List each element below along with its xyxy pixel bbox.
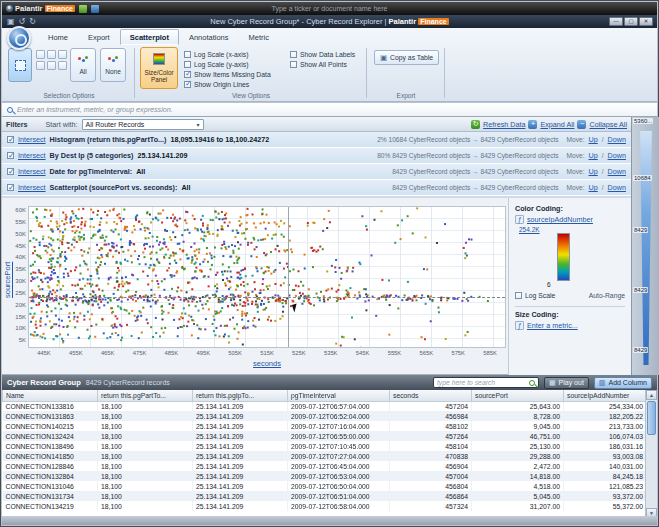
tab-annotations[interactable]: Annotations bbox=[179, 29, 239, 45]
size-color-panel-button[interactable]: Size/Color Panel bbox=[140, 47, 178, 89]
selection-mode-icon[interactable] bbox=[47, 50, 56, 59]
export-group: ▣ Copy as Table Export bbox=[370, 45, 442, 100]
selection-mode-icon[interactable] bbox=[58, 61, 67, 70]
tab-metric[interactable]: Metric bbox=[239, 29, 279, 45]
move-up-link[interactable]: Up bbox=[589, 167, 598, 176]
table-row[interactable]: CONNECTION13849618,10025.134.141.2092009… bbox=[3, 441, 647, 451]
selection-tool-button[interactable] bbox=[8, 48, 32, 82]
table-row[interactable]: CONNECTION13173418,10025.134.141.2092009… bbox=[3, 491, 647, 501]
column-header-pgtimeinterval[interactable]: pgTimeInterval bbox=[288, 390, 390, 401]
table-row[interactable]: CONNECTION12884618,10025.134.141.2092009… bbox=[3, 461, 647, 471]
size-coding-title: Size Coding: bbox=[515, 310, 625, 319]
expand-all-link[interactable]: Expand All bbox=[540, 120, 574, 129]
maximize-button[interactable]: ▢ bbox=[624, 17, 638, 26]
view-checkbox-column-2: Show Data Labels Show All Points bbox=[290, 49, 355, 69]
show-origin-lines-checkbox[interactable]: Show Origin Lines bbox=[184, 79, 271, 89]
filter-checkbox[interactable] bbox=[7, 168, 14, 175]
log-scale-x-checkbox[interactable]: Log Scale (x-axis) bbox=[184, 49, 271, 59]
table-cell: CONNECTION141850 bbox=[3, 451, 98, 461]
move-down-link[interactable]: Down bbox=[608, 183, 626, 192]
undo-icon[interactable]: ↺ bbox=[19, 17, 26, 27]
color-metric-link[interactable]: sourceIpAddNumber bbox=[527, 215, 593, 224]
expression-bar[interactable]: Enter an instrument, metric, or group ex… bbox=[2, 102, 657, 117]
close-button[interactable]: ✕ bbox=[639, 17, 653, 26]
column-header-name[interactable]: Name bbox=[3, 390, 98, 401]
move-down-link[interactable]: Down bbox=[608, 167, 626, 176]
filter-op-link[interactable]: Intersect bbox=[18, 135, 46, 144]
x-axis-label[interactable]: seconds bbox=[28, 359, 506, 368]
tab-home[interactable]: Home bbox=[38, 29, 78, 45]
play-out-button[interactable]: ▦ Play out bbox=[544, 377, 589, 389]
x-tick-label: 465K bbox=[96, 350, 120, 356]
select-none-button[interactable]: None bbox=[100, 48, 126, 82]
table-row[interactable]: CONNECTION13421918,10025.134.141.2092009… bbox=[3, 501, 647, 511]
collapse-all-link[interactable]: Collapse All bbox=[589, 120, 627, 129]
move-up-link[interactable]: Up bbox=[589, 183, 598, 192]
refresh-data-link[interactable]: Refresh Data bbox=[483, 120, 525, 129]
app-shortcut-icon[interactable] bbox=[79, 5, 87, 13]
selection-mode-icon[interactable] bbox=[58, 50, 67, 59]
filter-checkbox[interactable] bbox=[7, 136, 14, 143]
ticker-search-input[interactable]: Type a ticker or document name here bbox=[220, 4, 440, 13]
minimize-button[interactable]: — bbox=[609, 17, 623, 26]
filter-op-link[interactable]: Intersect bbox=[18, 151, 46, 160]
tab-scatterplot[interactable]: Scatterplot bbox=[120, 29, 179, 45]
table-cell: 121,085.23 bbox=[564, 481, 647, 491]
selection-mode-icon[interactable] bbox=[47, 61, 56, 70]
expression-input[interactable]: Enter an instrument, metric, or group ex… bbox=[17, 105, 173, 114]
filter-checkbox[interactable] bbox=[7, 152, 14, 159]
auto-range-dropdown[interactable]: Auto-Range bbox=[589, 292, 625, 299]
move-down-link[interactable]: Down bbox=[608, 135, 626, 144]
show-data-labels-checkbox[interactable]: Show Data Labels bbox=[290, 49, 355, 59]
redo-icon[interactable]: ↻ bbox=[29, 17, 36, 27]
copy-as-table-button[interactable]: ▣ Copy as Table bbox=[374, 50, 439, 65]
selection-mode-icon[interactable] bbox=[36, 50, 45, 59]
column-header-sourceipaddnumber[interactable]: sourceIpAddNumber bbox=[564, 390, 647, 401]
count-funnel[interactable] bbox=[639, 131, 653, 365]
table-row[interactable]: CONNECTION13381618,10025.134.141.2092009… bbox=[3, 401, 647, 411]
save-icon[interactable]: ▣ bbox=[7, 17, 15, 27]
filter-row[interactable]: Intersect By Dest Ip (5 categories) 25.1… bbox=[2, 148, 631, 164]
select-all-button[interactable]: All bbox=[70, 48, 96, 82]
start-with-dropdown[interactable]: All Router Records ▾ bbox=[82, 119, 204, 130]
log-scale-y-checkbox[interactable]: Log Scale (y-axis) bbox=[184, 59, 271, 69]
selection-mode-icon[interactable] bbox=[36, 61, 45, 70]
filter-checkbox[interactable] bbox=[7, 184, 14, 191]
add-column-button[interactable]: ▥ Add Column bbox=[594, 377, 652, 389]
tab-export[interactable]: Export bbox=[78, 29, 120, 45]
scrollbar-thumb[interactable] bbox=[647, 401, 656, 435]
column-header-seconds[interactable]: seconds bbox=[390, 390, 472, 401]
gradient-max-value[interactable]: 254.2K bbox=[519, 226, 540, 233]
filter-op-link[interactable]: Intersect bbox=[18, 183, 46, 192]
filter-row[interactable]: Intersect Scatterplot (sourcePort vs. se… bbox=[2, 180, 631, 196]
column-header-pgpartto[interactable]: return this.pgPartTo... bbox=[98, 390, 193, 401]
app-menu-orb-button[interactable] bbox=[7, 26, 31, 50]
play-out-icon: ▦ bbox=[549, 379, 556, 387]
column-header-sourceport[interactable]: sourcePort bbox=[472, 390, 564, 401]
scatter-plot[interactable] bbox=[28, 206, 506, 348]
size-metric-link[interactable]: Enter a metric... bbox=[527, 321, 578, 330]
table-row[interactable]: CONNECTION13242418,10025.134.141.2092009… bbox=[3, 431, 647, 441]
table-row[interactable]: CONNECTION13286418,10025.134.141.2092009… bbox=[3, 471, 647, 481]
table-search-input[interactable]: type here to search bbox=[433, 377, 539, 388]
show-items-missing-data-checkbox[interactable]: Show Items Missing Data bbox=[184, 69, 271, 79]
color-gradient-bar[interactable] bbox=[557, 233, 570, 281]
show-all-points-checkbox[interactable]: Show All Points bbox=[290, 59, 355, 69]
move-down-link[interactable]: Down bbox=[608, 151, 626, 160]
filter-row[interactable]: Intersect Date for pgTimeInterval: All 8… bbox=[2, 164, 631, 180]
table-cell: 182,205.22 bbox=[564, 411, 647, 421]
table-row[interactable]: CONNECTION14021518,10025.134.141.2092009… bbox=[3, 421, 647, 431]
column-header-pgipto[interactable]: return this.pgIpTo... bbox=[193, 390, 288, 401]
filter-op-link[interactable]: Intersect bbox=[18, 167, 46, 176]
table-row[interactable]: CONNECTION14185018,10025.134.141.2092009… bbox=[3, 451, 647, 461]
table-row[interactable]: CONNECTION13186318,10025.134.141.2092009… bbox=[3, 411, 647, 421]
app-shortcut-icon[interactable] bbox=[91, 5, 99, 13]
filter-row[interactable]: Intersect Histogram (return this.pgPartT… bbox=[2, 132, 631, 148]
search-icon bbox=[529, 380, 535, 386]
table-row[interactable]: CONNECTION13104618,10025.134.141.2092009… bbox=[3, 481, 647, 491]
move-up-link[interactable]: Up bbox=[589, 135, 598, 144]
scroll-up-icon[interactable]: ▲ bbox=[646, 390, 657, 400]
move-up-link[interactable]: Up bbox=[589, 151, 598, 160]
color-log-scale-checkbox[interactable]: Log Scale bbox=[515, 290, 555, 300]
table-scrollbar[interactable]: ▲ ▼ bbox=[645, 390, 657, 518]
